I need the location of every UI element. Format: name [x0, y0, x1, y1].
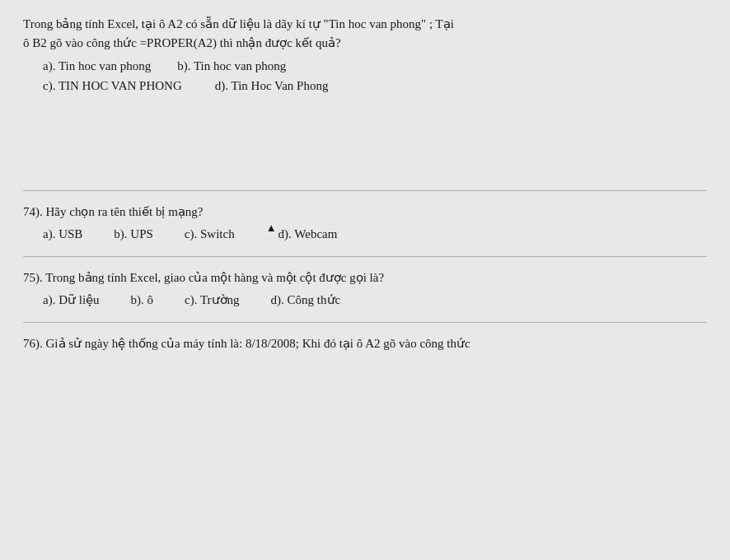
q76-number: 76).	[23, 337, 46, 350]
question-75: 75). Trong bảng tính Excel, giao của một…	[23, 268, 707, 310]
q75-answer-b: b). ô	[131, 290, 154, 310]
q74-answers: a). USB b). UPS c). Switch ▲d). Webcam	[23, 224, 707, 245]
q75-number: 75).	[23, 271, 45, 284]
q73-answer-b: b). Tin hoc van phong	[177, 56, 286, 77]
q75-answers: a). Dữ liệu b). ô c). Trường d). Công th…	[23, 290, 707, 310]
q73-line2: ô B2 gõ vào công thức =PROPER(A2) thì nh…	[23, 36, 341, 49]
question-74: 74). Hãy chọn ra tên thiết bị mạng? a). …	[23, 203, 707, 245]
q73-text: Trong bảng tính Excel, tại ô A2 có sẵn d…	[23, 15, 707, 54]
divider-2	[23, 256, 707, 257]
q74-answer-a: a). USB	[43, 224, 82, 245]
question-73: Trong bảng tính Excel, tại ô A2 có sẵn d…	[23, 15, 707, 96]
q74-text: 74). Hãy chọn ra tên thiết bị mạng?	[23, 203, 707, 222]
q73-answers: a). Tin hoc van phong b). Tin hoc van ph…	[23, 56, 707, 97]
q74-answer-d: ▲d). Webcam	[266, 224, 338, 245]
q75-body: Trong bảng tính Excel, giao của một hàng…	[45, 271, 384, 284]
q75-answer-row: a). Dữ liệu b). ô c). Trường d). Công th…	[43, 290, 707, 310]
q73-answer-row2: c). TIN HOC VAN PHONG d). Tin Hoc Van Ph…	[43, 76, 707, 96]
q73-line1: Trong bảng tính Excel, tại ô A2 có sẵn d…	[23, 17, 454, 30]
q74-body: Hãy chọn ra tên thiết bị mạng?	[46, 205, 204, 218]
spacer-1	[23, 105, 707, 179]
q74-answer-b: b). UPS	[114, 224, 153, 245]
q73-answer-c: c). TIN HOC VAN PHONG	[43, 76, 182, 96]
page: Trong bảng tính Excel, tại ô A2 có sẵn d…	[0, 0, 730, 560]
q74-number: 74).	[23, 205, 46, 218]
divider-1	[23, 190, 707, 191]
q74-answer-row: a). USB b). UPS c). Switch ▲d). Webcam	[43, 224, 707, 245]
q73-answer-a: a). Tin hoc van phong	[43, 56, 151, 77]
divider-3	[23, 322, 707, 323]
q76-body: Giả sử ngày hệ thống của máy tính là: 8/…	[46, 337, 470, 350]
q76-text: 76). Giả sử ngày hệ thống của máy tính l…	[23, 334, 707, 353]
q75-answer-a: a). Dữ liệu	[43, 290, 100, 310]
q74-answer-c: c). Switch	[185, 224, 235, 245]
q75-answer-c: c). Trường	[185, 290, 240, 310]
q73-answer-d: d). Tin Hoc Van Phong	[215, 76, 329, 96]
cursor-icon: ▲	[266, 222, 277, 233]
question-76: 76). Giả sử ngày hệ thống của máy tính l…	[23, 334, 707, 353]
q75-answer-d: d). Công thức	[271, 290, 341, 310]
q73-answer-row1: a). Tin hoc van phong b). Tin hoc van ph…	[43, 56, 707, 77]
q75-text: 75). Trong bảng tính Excel, giao của một…	[23, 268, 707, 287]
